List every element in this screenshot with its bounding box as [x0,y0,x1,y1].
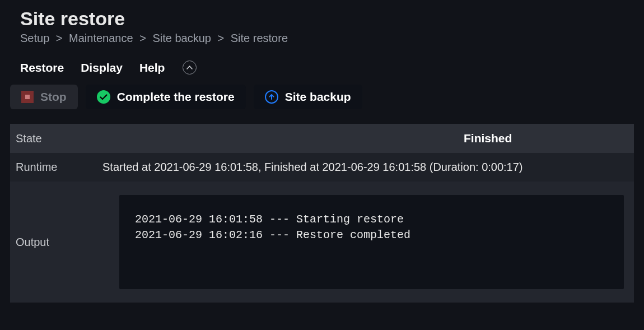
action-row: Stop Complete the restore Site backup [10,85,634,109]
stop-button[interactable]: Stop [10,85,78,109]
site-backup-button[interactable]: Site backup [254,85,362,109]
breadcrumb-sep: > [218,32,225,44]
output-console: 2021-06-29 16:01:58 --- Starting restore… [119,195,624,289]
table-header-row: State Finished [10,124,634,153]
breadcrumb-sep: > [56,32,63,44]
breadcrumb: Setup > Maintenance > Site backup > Site… [20,32,634,45]
runtime-label: Runtime [10,153,97,182]
breadcrumb-site-backup[interactable]: Site backup [152,32,211,44]
page-title: Site restore [20,8,634,30]
complete-restore-label: Complete the restore [117,90,235,104]
breadcrumb-maintenance[interactable]: Maintenance [69,32,133,44]
table-row: Output 2021-06-29 16:01:58 --- Starting … [10,182,634,303]
menubar: Restore Display Help [10,57,634,85]
state-header: State [10,124,97,153]
breadcrumb-sep: > [139,32,146,44]
status-table: State Finished Runtime Started at 2021-0… [10,124,634,303]
menu-display[interactable]: Display [81,61,123,75]
complete-restore-button[interactable]: Complete the restore [86,85,246,109]
output-label: Output [16,236,119,249]
arrow-up-circle-icon [265,90,278,104]
collapse-menu-button[interactable] [183,61,197,75]
site-backup-label: Site backup [285,90,351,104]
state-value: Finished [458,124,634,153]
menu-restore[interactable]: Restore [20,61,64,75]
table-row: Runtime Started at 2021-06-29 16:01:58, … [10,153,634,182]
breadcrumb-setup[interactable]: Setup [20,32,49,44]
check-ok-icon [97,90,110,104]
stop-icon [21,91,34,103]
breadcrumb-site-restore[interactable]: Site restore [231,32,288,44]
menu-help[interactable]: Help [139,61,165,75]
chevron-up-icon [186,66,193,69]
stop-button-label: Stop [40,90,67,104]
runtime-value: Started at 2021-06-29 16:01:58, Finished… [97,153,634,182]
